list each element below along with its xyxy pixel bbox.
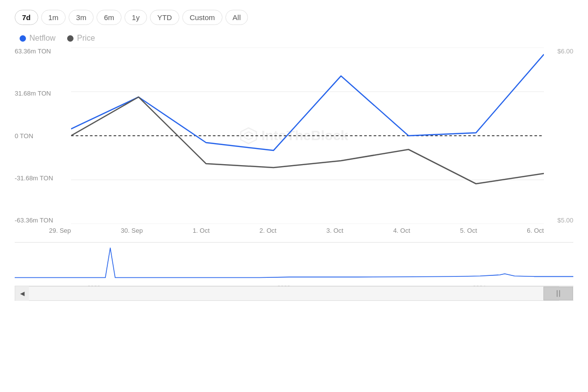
- price-label: Price: [77, 34, 95, 43]
- scroll-left-button[interactable]: ◀: [15, 286, 29, 301]
- y-label-right-top: $6.00: [548, 48, 573, 55]
- chart-legend: Netflow Price: [15, 34, 573, 43]
- y-label-bot: -63.36m TON: [15, 217, 67, 224]
- scroll-bar[interactable]: ◀ ▶: [15, 286, 573, 301]
- mini-chart-svg: [15, 243, 573, 286]
- x-axis: 29. Sep 30. Sep 1. Oct 2. Oct 3. Oct 4. …: [15, 224, 573, 234]
- time-btn-6m[interactable]: 6m: [97, 10, 122, 25]
- x-label-7: 5. Oct: [460, 227, 477, 234]
- legend-price: Price: [67, 34, 95, 43]
- mini-chart-wrapper: 2020 2022 2024: [15, 242, 573, 286]
- y-label-right-bot: $5.00: [548, 217, 573, 224]
- time-btn-1y[interactable]: 1y: [124, 10, 147, 25]
- time-btn-custom[interactable]: Custom: [182, 10, 222, 25]
- y-label-2: 31.68m TON: [15, 90, 67, 97]
- price-dot: [67, 35, 74, 42]
- time-btn-ytd[interactable]: YTD: [150, 10, 179, 25]
- netflow-dot: [20, 35, 26, 42]
- y-label-top: 63.36m TON: [15, 48, 67, 55]
- thumb-line-1: [557, 290, 558, 297]
- chart-wrapper: IntoTheBlock 63.36m TON 31.68m TON 0 TON…: [15, 48, 573, 234]
- main-chart-svg: [71, 48, 544, 224]
- svg-rect-7: [15, 243, 573, 286]
- price-line: [71, 97, 544, 184]
- y-axis-left: 63.36m TON 31.68m TON 0 TON -31.68m TON …: [15, 48, 71, 224]
- time-btn-3m[interactable]: 3m: [69, 10, 94, 25]
- x-label-3: 1. Oct: [193, 227, 210, 234]
- x-label-6: 4. Oct: [393, 227, 410, 234]
- x-label-8: 6. Oct: [527, 227, 544, 234]
- scroll-track: [29, 287, 559, 300]
- time-btn-7d[interactable]: 7d: [15, 10, 38, 25]
- y-axis-right: $6.00 $5.00: [544, 48, 573, 224]
- y-label-mid: 0 TON: [15, 132, 67, 140]
- x-label-5: 3. Oct: [326, 227, 343, 234]
- x-label-1: 29. Sep: [49, 227, 71, 234]
- time-btn-1m[interactable]: 1m: [41, 10, 66, 25]
- x-label-2: 30. Sep: [121, 227, 143, 234]
- netflow-label: Netflow: [29, 34, 55, 43]
- chart-area: IntoTheBlock 63.36m TON 31.68m TON 0 TON…: [15, 48, 573, 224]
- time-range-bar: 7d1m3m6m1yYTDCustomAll: [15, 10, 573, 25]
- main-container: 7d1m3m6m1yYTDCustomAll Netflow Price Int…: [0, 0, 588, 392]
- scroll-thumb[interactable]: [543, 287, 573, 300]
- time-btn-all[interactable]: All: [225, 10, 248, 25]
- thumb-line-2: [559, 290, 560, 297]
- legend-netflow: Netflow: [20, 34, 55, 43]
- y-label-4: -31.68m TON: [15, 174, 67, 182]
- scroll-thumb-handle: [557, 290, 560, 297]
- x-label-4: 2. Oct: [260, 227, 277, 234]
